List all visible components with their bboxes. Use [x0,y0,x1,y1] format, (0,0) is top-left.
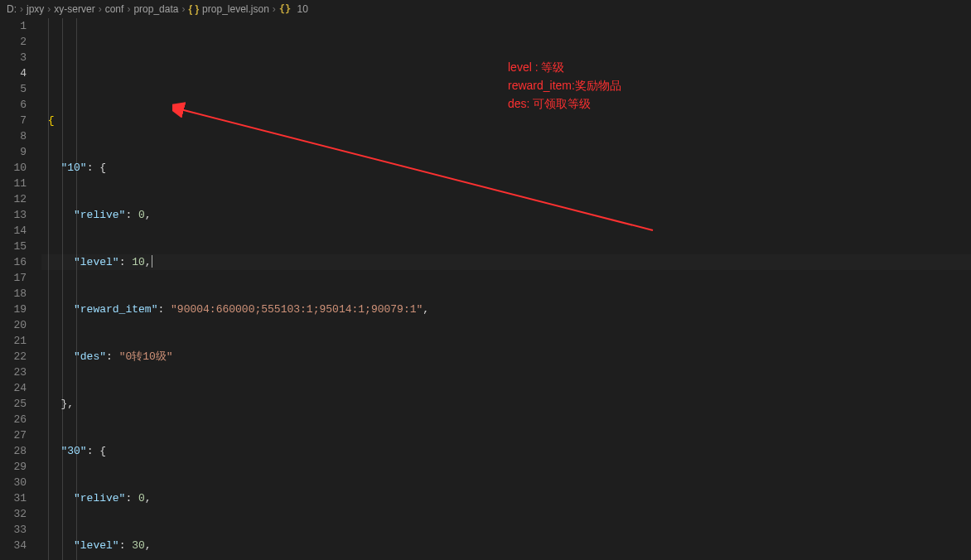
code-line[interactable]: "relive": 0, [41,207,971,223]
code-line[interactable]: "reward_item": "90004:660000;555103:1;95… [41,302,971,317]
bc-root[interactable]: D: [7,3,17,15]
annotation-level: level : 等级 [508,58,621,76]
line-number: 4 [0,65,27,81]
object-icon: {} [279,3,297,15]
code-line[interactable]: "level": 30, [41,538,971,553]
line-number: 6 [0,97,27,113]
annotation-reward: reward_item:奖励物品 [508,76,621,94]
code-line-active[interactable]: "level": 10, [41,254,971,270]
chevron-right-icon: › [20,3,23,15]
line-number: 11 [0,176,27,191]
line-number: 10 [0,160,27,176]
bc-seg-xyserver[interactable]: xy-server [54,3,94,15]
chevron-right-icon: › [99,3,102,15]
line-number: 27 [0,427,27,443]
bc-seg-propdata[interactable]: prop_data [133,3,178,15]
chevron-right-icon: › [181,3,185,15]
line-number: 32 [0,506,27,522]
json-icon: { } [188,3,199,15]
line-number: 3 [0,50,27,65]
line-number: 13 [0,207,27,223]
chevron-right-icon: › [47,3,51,15]
line-number: 5 [0,81,27,97]
line-number: 20 [0,317,27,333]
bc-seg-jpxy[interactable]: jpxy [27,3,44,15]
line-number: 26 [0,412,27,427]
code-editor[interactable]: 1 2 3 4 5 6 7 8 9 10 11 12 13 14 15 16 1… [0,18,971,560]
code-line[interactable]: "30": { [41,443,971,459]
line-number: 33 [0,522,27,538]
line-gutter: 1 2 3 4 5 6 7 8 9 10 11 12 13 14 15 16 1… [0,18,41,560]
code-line[interactable]: "des": "0转10级" [41,349,971,364]
line-number: 22 [0,349,27,364]
bc-file[interactable]: prop_level.json [202,3,269,15]
line-number: 16 [0,254,27,270]
line-number: 15 [0,239,27,254]
line-number: 8 [0,128,27,144]
bc-node[interactable]: 10 [297,3,308,15]
breadcrumb[interactable]: D: › jpxy › xy-server › conf › prop_data… [0,0,971,18]
line-number: 19 [0,302,27,317]
line-number: 2 [0,34,27,50]
line-number: 31 [0,490,27,506]
bc-seg-conf[interactable]: conf [105,3,124,15]
line-number: 34 [0,538,27,553]
line-number: 18 [0,286,27,302]
code-line[interactable]: "relive": 0, [41,490,971,506]
line-number: 28 [0,443,27,459]
line-number: 7 [0,113,27,128]
line-number: 29 [0,459,27,475]
line-number: 12 [0,191,27,207]
line-number: 17 [0,270,27,286]
line-number: 30 [0,475,27,490]
line-number: 9 [0,144,27,160]
annotation-box: level : 等级 reward_item:奖励物品 des: 可领取等级 [508,58,621,113]
line-number: 25 [0,396,27,412]
line-number: 24 [0,380,27,396]
chevron-right-icon: › [273,3,276,15]
line-number: 21 [0,333,27,349]
code-line[interactable]: "10": { [41,160,971,176]
code-line[interactable]: { [41,113,971,128]
text-cursor [152,255,152,268]
annotation-des: des: 可领取等级 [508,94,621,113]
line-number: 14 [0,223,27,239]
line-number: 23 [0,364,27,380]
code-area[interactable]: { "10": { "relive": 0, "level": 10, "rew… [41,18,971,560]
code-line[interactable]: }, [41,396,971,412]
chevron-right-icon: › [127,3,130,15]
line-number: 1 [0,18,27,34]
